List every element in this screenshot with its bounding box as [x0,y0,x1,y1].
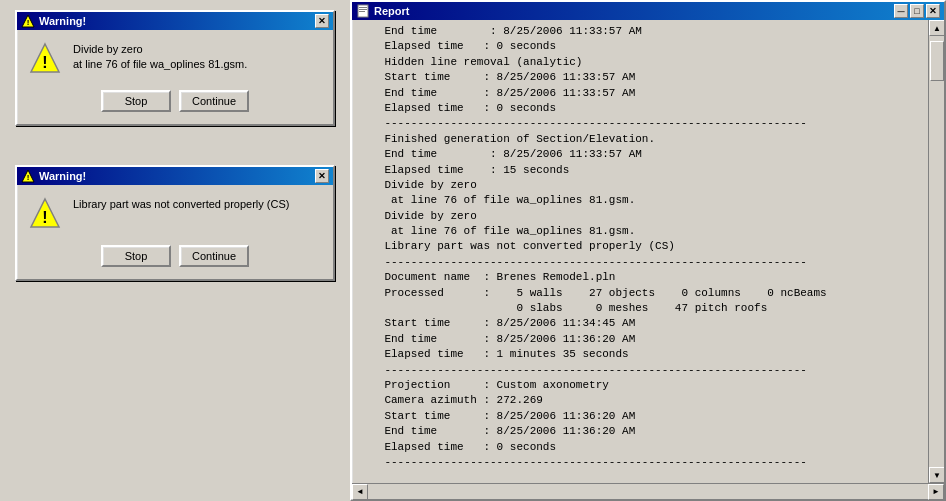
warning-message-1: Divide by zero at line 76 of file wa_opl… [73,42,247,73]
scroll-track[interactable] [929,36,944,467]
continue-button-2[interactable]: Continue [179,245,249,267]
report-window: Report ─ □ ✕ End time : 8/25/2006 11:33:… [350,0,946,501]
svg-text:!: ! [27,18,30,27]
dialog-content-2: ! Library part was not converted properl… [17,185,333,241]
scroll-up-button[interactable]: ▲ [929,20,944,36]
title-text-2: Warning! [39,170,86,182]
scroll-right-button[interactable]: ► [928,484,944,500]
horizontal-scrollbar[interactable]: ◄ ► [352,483,944,499]
scroll-left-button[interactable]: ◄ [352,484,368,500]
scroll-thumb[interactable] [930,41,944,81]
title-bar-1: ! Warning! ✕ [17,12,333,30]
report-title-bar: Report ─ □ ✕ [352,2,944,20]
close-button-2[interactable]: ✕ [315,169,329,183]
warning-title-icon-2: ! [21,169,35,183]
scroll-down-button[interactable]: ▼ [929,467,944,483]
report-wrapper: End time : 8/25/2006 11:33:57 AM Elapsed… [352,20,944,499]
title-bar-2: ! Warning! ✕ [17,167,333,185]
stop-button-2[interactable]: Stop [101,245,171,267]
warning-dialog-2: ! Warning! ✕ ! Library part was not conv… [15,165,335,281]
stop-button-1[interactable]: Stop [101,90,171,112]
close-button-1[interactable]: ✕ [315,14,329,28]
continue-button-1[interactable]: Continue [179,90,249,112]
warning-icon-2: ! [29,197,61,229]
svg-text:!: ! [27,173,30,182]
close-button-report[interactable]: ✕ [926,4,940,18]
dialog-buttons-2: Stop Continue [17,241,333,279]
dialog-content-1: ! Divide by zero at line 76 of file wa_o… [17,30,333,86]
warning-message-2: Library part was not converted properly … [73,197,289,212]
report-title: Report [374,5,409,17]
vertical-scrollbar[interactable]: ▲ ▼ [928,20,944,483]
svg-text:!: ! [42,54,47,71]
svg-rect-11 [359,11,365,12]
warning-dialog-1: ! Warning! ✕ ! Divide by zero at line 76… [15,10,335,126]
report-main: End time : 8/25/2006 11:33:57 AM Elapsed… [352,20,944,483]
warning-title-icon-1: ! [21,14,35,28]
minimize-button[interactable]: ─ [894,4,908,18]
hscroll-track[interactable] [368,484,928,499]
maximize-button[interactable]: □ [910,4,924,18]
report-text-area[interactable]: End time : 8/25/2006 11:33:57 AM Elapsed… [352,20,944,483]
svg-rect-9 [359,7,367,8]
svg-text:!: ! [42,209,47,226]
dialog-buttons-1: Stop Continue [17,86,333,124]
warning-icon-1: ! [29,42,61,74]
report-title-icon [356,4,370,18]
svg-rect-10 [359,9,367,10]
title-text-1: Warning! [39,15,86,27]
report-content: End time : 8/25/2006 11:33:57 AM Elapsed… [352,20,944,474]
